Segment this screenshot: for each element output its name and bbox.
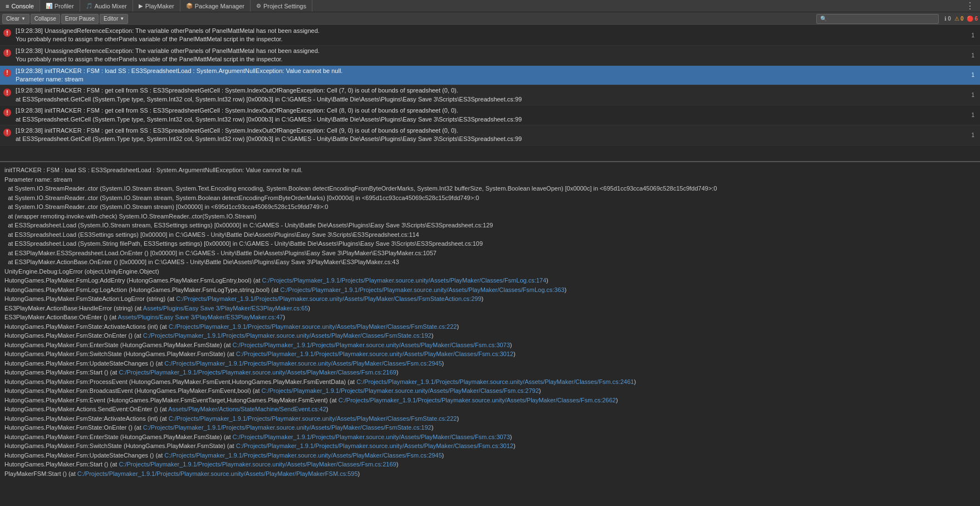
warning-icon: ⚠: [954, 16, 959, 22]
log-item-text: [19:28:38] initTRACKER : FSM : get cell …: [16, 126, 967, 144]
detail-link[interactable]: C:/Projects/Playmaker_1.9.1/Projects/Pla…: [356, 378, 634, 385]
tab-audio-label: Audio Mixer: [95, 3, 127, 9]
log-item-count: 1: [967, 91, 978, 99]
log-item-text: [19:28:38] initTRACKER : FSM : load SS :…: [16, 67, 967, 84]
detail-line: at ES3PlayMaker.ActionBase.OnEnter () [0…: [4, 257, 976, 267]
detail-link[interactable]: Assets/PlayMaker/Actions/StateMachine/Se…: [168, 406, 326, 412]
detail-line: HutongGames.PlayMaker.Fsm:Start () (at C…: [4, 368, 976, 377]
detail-link[interactable]: C:/Projects/Playmaker_1.9.1/Projects/Pla…: [119, 369, 396, 376]
detail-link[interactable]: C:/Projects/Playmaker_1.9.1/Projects/Pla…: [119, 461, 396, 468]
detail-link[interactable]: C:/Projects/Playmaker_1.9.1/Projects/Pla…: [262, 387, 539, 394]
warnings-count-badge[interactable]: ⚠ 0: [954, 16, 964, 22]
detail-link[interactable]: C:/Projects/Playmaker_1.9.1/Projects/Pla…: [233, 434, 510, 440]
detail-line: HutongGames.PlayMaker.FsmStateAction:Log…: [4, 294, 976, 304]
detail-link[interactable]: C:/Projects/Playmaker_1.9.1/Projects/Pla…: [143, 424, 432, 431]
editor-label: Editor: [104, 16, 118, 22]
detail-link[interactable]: C:/Projects/Playmaker_1.9.1/Projects/Pla…: [236, 351, 513, 357]
detail-line: HutongGames.PlayMaker.FsmLog:AddEntry (H…: [4, 276, 976, 285]
log-item-text: [19:28:38] initTRACKER : FSM : get cell …: [16, 86, 967, 104]
detail-line: initTRACKER : FSM : load SS : ES3Spreads…: [4, 166, 976, 175]
editor-dropdown-icon[interactable]: ▼: [120, 16, 124, 21]
info-count-badge[interactable]: ℹ 0: [944, 16, 951, 22]
detail-line: at (wrapper remoting-invoke-with-check) …: [4, 212, 976, 221]
detail-link[interactable]: C:/Projects/Playmaker_1.9.1/Projects/Pla…: [164, 452, 442, 459]
tab-package-manager[interactable]: 📦 Package Manager: [180, 0, 251, 12]
log-item-text: [19:28:38] initTRACKER : FSM : get cell …: [16, 106, 967, 124]
clear-dropdown-icon[interactable]: ▼: [21, 16, 26, 21]
detail-line: HutongGames.PlayMaker.Fsm:SwitchState (H…: [4, 441, 976, 451]
error-icon: !: [2, 68, 12, 78]
search-icon: 🔍: [820, 16, 827, 22]
detail-link[interactable]: C:/Projects/Playmaker_1.9.1/Projects/Pla…: [169, 323, 457, 330]
log-item[interactable]: ![19:28:38] initTRACKER : FSM : get cell…: [0, 105, 980, 125]
tab-bar-menu-icon[interactable]: ⋮: [963, 1, 977, 11]
detail-line: HutongGames.PlayMaker.Fsm:Start () (at C…: [4, 460, 976, 469]
detail-link[interactable]: C:/Projects/Playmaker_1.9.1/Projects/Pla…: [77, 470, 358, 477]
detail-link[interactable]: C:/Projects/Playmaker_1.9.1/Projects/Pla…: [262, 277, 546, 284]
package-icon: 📦: [186, 3, 193, 9]
error-icon: !: [2, 128, 12, 138]
detail-line: HutongGames.PlayMaker.Fsm:UpdateStateCha…: [4, 451, 976, 460]
detail-line: at ES3Spreadsheet.Load (System.IO.Stream…: [4, 221, 976, 230]
log-item-count: 1: [967, 111, 978, 119]
detail-line: ES3PlayMaker.ActionBase:OnEnter () (at A…: [4, 313, 976, 322]
log-item-text: [19:28:38] UnassignedReferenceException:…: [16, 47, 967, 64]
log-item[interactable]: ![19:28:38] UnassignedReferenceException…: [0, 46, 980, 66]
log-item[interactable]: ![19:28:38] UnassignedReferenceException…: [0, 26, 980, 46]
log-item-count: 1: [967, 131, 978, 139]
detail-line: at ES3Spreadsheet.Load (ES3Settings sett…: [4, 230, 976, 240]
error-pause-button[interactable]: Error Pause: [61, 14, 99, 24]
detail-line: HutongGames.PlayMaker.FsmState:ActivateA…: [4, 414, 976, 424]
tab-project-settings[interactable]: ⚙ Project Settings: [251, 0, 312, 12]
detail-line: Parameter name: stream: [4, 175, 976, 184]
error-icon: !: [2, 28, 12, 38]
detail-link[interactable]: Assets/Plugins/Easy Save 3/PlayMaker/ES3…: [118, 314, 283, 320]
detail-link[interactable]: C:/Projects/Playmaker_1.9.1/Projects/Pla…: [164, 360, 442, 367]
log-item[interactable]: ![19:28:38] initTRACKER : FSM : load SS …: [0, 66, 980, 86]
detail-line: HutongGames.PlayMaker.Actions.SendEvent:…: [4, 405, 976, 414]
tab-bar: ≡ Console 📊 Profiler 🎵 Audio Mixer ▶ Pla…: [0, 0, 980, 12]
log-item[interactable]: ![19:28:38] initTRACKER : FSM : get cell…: [0, 125, 980, 145]
errors-count-badge[interactable]: 🔴 6: [967, 16, 978, 22]
search-input[interactable]: [829, 16, 929, 22]
detail-link[interactable]: Assets/Plugins/Easy Save 3/PlayMaker/ES3…: [143, 305, 308, 312]
console-icon: ≡: [6, 3, 9, 9]
detail-line: HutongGames.PlayMaker.FsmState:OnEnter (…: [4, 331, 976, 340]
detail-link[interactable]: C:/Projects/Playmaker_1.9.1/Projects/Pla…: [280, 286, 564, 293]
search-box[interactable]: 🔍: [816, 14, 939, 24]
detail-line: HutongGames.PlayMaker.Fsm:EnterState (Hu…: [4, 432, 976, 442]
detail-line: UnityEngine.Debug:LogError (object,Unity…: [4, 267, 976, 276]
error-pause-label: Error Pause: [65, 16, 95, 22]
detail-line: HutongGames.PlayMaker.FsmLog:LogAction (…: [4, 285, 976, 295]
log-item-count: 1: [967, 31, 978, 40]
tab-playmaker[interactable]: ▶ PlayMaker: [133, 0, 180, 12]
detail-link[interactable]: C:/Projects/Playmaker_1.9.1/Projects/Pla…: [169, 415, 457, 422]
tab-audio-mixer[interactable]: 🎵 Audio Mixer: [80, 0, 133, 12]
detail-line: HutongGames.PlayMaker.Fsm:UpdateStateCha…: [4, 359, 976, 368]
detail-link[interactable]: C:/Projects/Playmaker_1.9.1/Projects/Pla…: [176, 295, 481, 302]
detail-link[interactable]: C:/Projects/Playmaker_1.9.1/Projects/Pla…: [236, 442, 513, 449]
profiler-icon: 📊: [46, 3, 52, 9]
errors-count: 6: [974, 16, 978, 22]
tab-playmaker-label: PlayMaker: [145, 3, 174, 9]
detail-link[interactable]: C:/Projects/Playmaker_1.9.1/Projects/Pla…: [233, 342, 510, 348]
tab-console[interactable]: ≡ Console: [0, 0, 40, 12]
collapse-button[interactable]: Collapse: [31, 14, 60, 24]
clear-button[interactable]: Clear ▼: [2, 14, 30, 24]
detail-line: HutongGames.PlayMaker.Fsm:BroadcastEvent…: [4, 386, 976, 396]
log-item-text: [19:28:38] UnassignedReferenceException:…: [16, 27, 967, 44]
editor-button[interactable]: Editor ▼: [100, 14, 128, 24]
detail-line: at ES3Spreadsheet.Load (System.String fi…: [4, 239, 976, 249]
detail-link[interactable]: C:/Projects/Playmaker_1.9.1/Projects/Pla…: [339, 397, 616, 403]
detail-panel: initTRACKER : FSM : load SS : ES3Spreads…: [0, 162, 980, 506]
detail-line: HutongGames.PlayMaker.Fsm:ProcessEvent (…: [4, 377, 976, 387]
info-icon: ℹ: [944, 16, 947, 22]
log-item[interactable]: ![19:28:38] initTRACKER : FSM : get cell…: [0, 85, 980, 105]
tab-profiler[interactable]: 📊 Profiler: [40, 0, 80, 12]
warnings-count: 0: [961, 16, 964, 22]
error-icon: 🔴: [967, 16, 973, 22]
detail-link[interactable]: C:/Projects/Playmaker_1.9.1/Projects/Pla…: [143, 332, 432, 339]
error-icon: !: [2, 87, 12, 98]
detail-line: HutongGames.PlayMaker.FsmState:OnEnter (…: [4, 423, 976, 432]
detail-line: at System.IO.StreamReader..ctor (System.…: [4, 193, 976, 203]
